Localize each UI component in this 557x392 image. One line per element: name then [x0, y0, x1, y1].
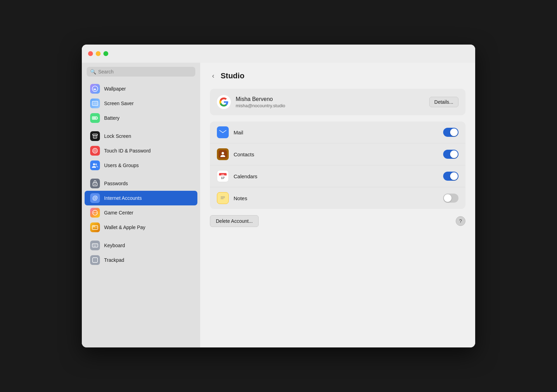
contacts-label: Contacts: [234, 151, 443, 157]
svg-point-19: [96, 212, 97, 213]
svg-rect-6: [93, 117, 96, 119]
touchid-icon: [90, 146, 100, 156]
service-row-notes: Notes: [210, 187, 465, 209]
passwords-label: Passwords: [104, 181, 128, 186]
search-bar[interactable]: 🔍: [87, 67, 195, 77]
search-icon: 🔍: [90, 69, 96, 75]
account-info: Misha Berveno misha@nocountry.studio: [236, 96, 424, 108]
account-card: Misha Berveno misha@nocountry.studio Det…: [210, 89, 465, 115]
google-logo: [217, 95, 231, 109]
svg-point-14: [95, 164, 97, 165]
account-name: Misha Berveno: [236, 96, 424, 102]
users-label: Users & Groups: [104, 163, 139, 168]
service-row-calendars: 17JUL Calendars: [210, 165, 465, 187]
trackpad-label: Trackpad: [104, 257, 124, 263]
lockscreen-label: Lock Screen: [104, 133, 131, 139]
sidebar-item-touchid[interactable]: Touch ID & Password: [85, 143, 197, 158]
service-row-contacts: Contacts: [210, 143, 465, 165]
notes-toggle-knob: [444, 194, 452, 202]
delete-account-button[interactable]: Delete Account...: [210, 215, 259, 227]
page-title: Studio: [221, 71, 244, 80]
wallpaper-label: Wallpaper: [104, 86, 126, 92]
mail-label: Mail: [234, 130, 443, 135]
svg-rect-27: [96, 245, 97, 245]
svg-rect-3: [93, 102, 97, 105]
sidebar-item-lockscreen[interactable]: Lock Screen: [85, 129, 197, 143]
content-area: 🔍 Wallpaper Screen Saver Batt: [82, 63, 475, 347]
screensaver-icon: [90, 99, 100, 108]
svg-rect-5: [97, 118, 98, 119]
svg-text:JUL: JUL: [221, 174, 224, 176]
account-email: misha@nocountry.studio: [236, 103, 424, 108]
svg-point-13: [93, 163, 95, 165]
sidebar-item-passwords[interactable]: Passwords: [85, 176, 197, 191]
svg-rect-25: [94, 245, 95, 245]
minimize-button[interactable]: [96, 51, 101, 56]
calendar-icon: 17JUL: [217, 170, 229, 182]
mail-toggle[interactable]: [443, 128, 458, 137]
help-button[interactable]: ?: [456, 216, 465, 226]
contacts-toggle[interactable]: [443, 150, 458, 159]
svg-rect-24: [93, 245, 94, 245]
sidebar-item-battery[interactable]: Battery: [85, 111, 197, 125]
main-content: ‹ Studio Misha Berveno misha@nocountry.s…: [200, 63, 475, 347]
gamecenter-icon: [90, 208, 100, 218]
back-button[interactable]: ‹: [210, 71, 217, 80]
sidebar-item-trackpad[interactable]: Trackpad: [85, 253, 197, 267]
sidebar-item-internetaccounts[interactable]: @ Internet Accounts: [85, 191, 197, 205]
internetaccounts-icon: @: [90, 193, 100, 203]
svg-point-18: [94, 212, 95, 213]
title-bar: [82, 45, 475, 63]
battery-label: Battery: [104, 115, 119, 121]
details-button[interactable]: Details...: [429, 97, 458, 107]
notes-label: Notes: [234, 195, 443, 201]
services-card: Mail Contacts: [210, 121, 465, 209]
calendars-toggle-knob: [450, 172, 458, 180]
svg-point-9: [95, 136, 96, 138]
sidebar-item-keyboard[interactable]: Keyboard: [85, 238, 197, 253]
svg-point-17: [93, 210, 97, 215]
calendars-toggle[interactable]: [443, 172, 458, 181]
passwords-icon: [90, 179, 100, 188]
maximize-button[interactable]: [103, 51, 108, 56]
sidebar-item-wallpaper[interactable]: Wallpaper: [85, 81, 197, 96]
svg-point-34: [222, 152, 224, 155]
notes-icon: [217, 192, 229, 204]
svg-point-12: [95, 150, 96, 151]
svg-rect-28: [94, 246, 96, 246]
bottom-actions: Delete Account... ?: [210, 215, 465, 227]
sidebar: 🔍 Wallpaper Screen Saver Batt: [82, 63, 200, 347]
screensaver-label: Screen Saver: [104, 101, 134, 106]
gamecenter-label: Game Center: [104, 210, 133, 215]
svg-rect-32: [219, 130, 226, 135]
close-button[interactable]: [88, 51, 93, 56]
lockscreen-icon: [90, 131, 100, 141]
sidebar-item-screensaver[interactable]: Screen Saver: [85, 96, 197, 111]
svg-rect-26: [95, 245, 96, 245]
users-icon: [90, 160, 100, 170]
keyboard-label: Keyboard: [104, 243, 125, 248]
notes-toggle[interactable]: [443, 194, 458, 203]
wallpaper-icon: [90, 84, 100, 94]
svg-rect-40: [220, 195, 226, 201]
keyboard-icon: [90, 241, 100, 250]
contacts-icon: [217, 148, 229, 160]
battery-icon: [90, 113, 100, 123]
svg-text:17: 17: [221, 176, 225, 180]
sidebar-item-users[interactable]: Users & Groups: [85, 158, 197, 173]
internetaccounts-label: Internet Accounts: [104, 195, 142, 201]
sidebar-item-wallet[interactable]: Wallet & Apple Pay: [85, 220, 197, 235]
main-window: 🔍 Wallpaper Screen Saver Batt: [82, 45, 475, 347]
service-row-mail: Mail: [210, 121, 465, 143]
svg-rect-22: [93, 226, 95, 227]
mail-toggle-knob: [450, 128, 458, 136]
svg-rect-23: [92, 244, 98, 247]
mail-icon: [217, 126, 229, 138]
traffic-lights: [88, 51, 108, 56]
search-input[interactable]: [98, 69, 192, 75]
sidebar-item-gamecenter[interactable]: Game Center: [85, 205, 197, 220]
page-header: ‹ Studio: [210, 71, 465, 80]
svg-point-16: [95, 184, 96, 185]
trackpad-icon: [90, 255, 100, 265]
wallet-icon: [90, 222, 100, 232]
